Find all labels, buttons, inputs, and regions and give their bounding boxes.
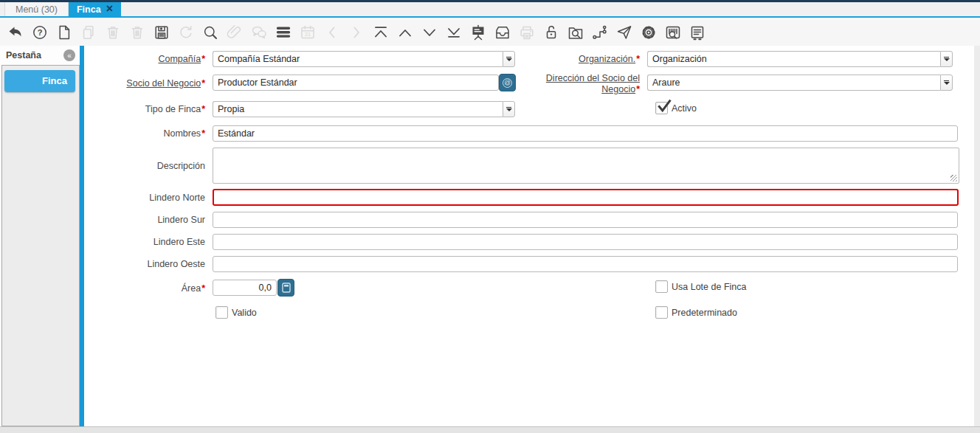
toolbar-first-record-button[interactable]: [371, 22, 390, 43]
tab-close-icon[interactable]: ×: [106, 3, 113, 15]
lindero-sur-label: Lindero Sur: [81, 215, 205, 226]
direccion-input[interactable]: [647, 75, 940, 91]
toolbar-history-button: 31: [298, 22, 317, 43]
report-window-icon: [689, 24, 706, 41]
lindero-norte-label: Lindero Norte: [81, 193, 205, 204]
next-record-icon: [421, 24, 438, 41]
required-asterisk: *: [201, 128, 205, 139]
predeterminado-checkbox[interactable]: [655, 306, 668, 319]
lindero-oeste-label: Lindero Oeste: [81, 259, 205, 270]
print-icon: [518, 24, 536, 41]
dropdown-arrow-icon: [506, 57, 511, 58]
lindero-este-label: Lindero Este: [81, 237, 205, 248]
toolbar-zoom-across-button[interactable]: [566, 22, 585, 43]
predeterminado-field: Predeterminado: [655, 306, 737, 319]
tab-finca[interactable]: Finca ×: [69, 2, 121, 16]
zoom-across-icon: [567, 24, 584, 41]
workflow-icon: [591, 24, 609, 41]
toolbar-request-button[interactable]: [615, 22, 634, 43]
tipo-finca-dropdown-button[interactable]: [503, 101, 515, 117]
toolbar-lock-button[interactable]: [542, 22, 561, 43]
undo-icon: [7, 24, 24, 41]
organizacion-label[interactable]: Organización.*: [542, 54, 640, 65]
usa-lote-field: Usa Lote de Finca: [655, 280, 746, 293]
direccion-dropdown-button[interactable]: [940, 75, 953, 91]
right-gutter: [974, 46, 980, 426]
svg-text:?: ?: [38, 28, 43, 37]
area-calculator-button[interactable]: [277, 279, 294, 297]
toolbar-new-record-button[interactable]: [55, 22, 74, 43]
lindero-este-input[interactable]: [213, 234, 958, 250]
valido-checkbox[interactable]: [215, 306, 228, 319]
delete-record-icon: [104, 24, 122, 41]
toolbar-last-record-button[interactable]: [444, 22, 463, 43]
new-record-icon: [55, 24, 73, 41]
toolbar-attachment-button: [225, 22, 244, 43]
toolbar-report-button[interactable]: [469, 22, 488, 43]
toolbar-parent-record-button: [322, 22, 342, 43]
detail-record-icon: [348, 24, 365, 41]
toolbar-delete-record-button: [103, 22, 122, 43]
toolbar-chat-button: [249, 22, 269, 43]
socio-input[interactable]: [213, 75, 499, 91]
first-record-icon: [372, 24, 390, 41]
area-input[interactable]: [213, 280, 277, 296]
sidebar-panel: Finca: [1, 65, 80, 426]
request-icon: [615, 24, 633, 41]
toolbar-toggle-grid-button[interactable]: [274, 22, 293, 43]
lindero-oeste-input[interactable]: [213, 256, 958, 272]
usa-lote-label: Usa Lote de Finca: [672, 282, 746, 292]
refresh-icon: [177, 24, 195, 41]
toolbar-preferences-button[interactable]: [639, 22, 658, 43]
toolbar-product-info-button[interactable]: [663, 22, 683, 43]
direccion-label[interactable]: Dirección del Socio del Negocio*: [542, 73, 640, 95]
toolbar-refresh-button: [176, 22, 196, 43]
required-asterisk: *: [636, 84, 640, 94]
organizacion-dropdown-button[interactable]: [940, 51, 953, 67]
valido-field: Valido: [215, 306, 257, 319]
product-info-icon: [664, 24, 682, 41]
dropdown-arrow-icon: [944, 57, 949, 58]
preferences-icon: [640, 24, 658, 41]
toolbar-report-window-button[interactable]: [688, 22, 707, 43]
activo-checkbox[interactable]: [655, 102, 668, 114]
toolbar-help-button[interactable]: ?: [30, 22, 49, 43]
dropdown-arrow-icon: [944, 80, 949, 82]
toolbar-undo-button[interactable]: [6, 22, 25, 43]
socio-search-button[interactable]: @: [499, 74, 516, 91]
toolbar-next-record-button[interactable]: [420, 22, 439, 43]
toolbar-find-button[interactable]: [201, 22, 220, 43]
last-record-icon: [445, 24, 463, 41]
history-icon: 31: [299, 24, 317, 41]
toolbar-previous-record-button[interactable]: [396, 22, 415, 43]
toolbar-print-button: [517, 22, 536, 43]
toolbar-archive-button[interactable]: [493, 22, 512, 43]
tipo-finca-combo: [213, 101, 515, 117]
organizacion-input[interactable]: [647, 51, 940, 67]
lindero-norte-input[interactable]: [213, 189, 959, 206]
nombres-input[interactable]: [213, 125, 958, 142]
compania-dropdown-button[interactable]: [503, 51, 515, 67]
sidebar-collapse-button[interactable]: «: [63, 49, 75, 61]
compania-label[interactable]: Compañía*: [81, 54, 205, 65]
tab-menu[interactable]: Menú (30): [4, 2, 69, 16]
sidebar-item-finca[interactable]: Finca: [4, 70, 75, 92]
required-asterisk: *: [201, 54, 205, 64]
required-asterisk: *: [201, 104, 205, 114]
toolbar-save-button[interactable]: [152, 22, 171, 43]
tab-menu-label: Menú (30): [15, 4, 58, 15]
bottom-strip: [0, 426, 980, 433]
attachment-icon: [226, 24, 244, 41]
tipo-finca-input[interactable]: [213, 101, 503, 117]
usa-lote-checkbox[interactable]: [655, 280, 668, 293]
required-asterisk: *: [201, 283, 205, 294]
descripcion-textarea[interactable]: [213, 148, 959, 184]
toolbar-workflow-button[interactable]: [590, 22, 610, 43]
toolbar: ?31: [0, 19, 980, 46]
required-asterisk: *: [201, 78, 205, 89]
socio-label[interactable]: Socio del Negocio*: [81, 78, 205, 89]
lindero-sur-input[interactable]: [213, 212, 958, 228]
compania-input[interactable]: [213, 51, 503, 67]
help-icon: ?: [31, 24, 49, 41]
textarea-resize-grip[interactable]: [950, 175, 957, 181]
